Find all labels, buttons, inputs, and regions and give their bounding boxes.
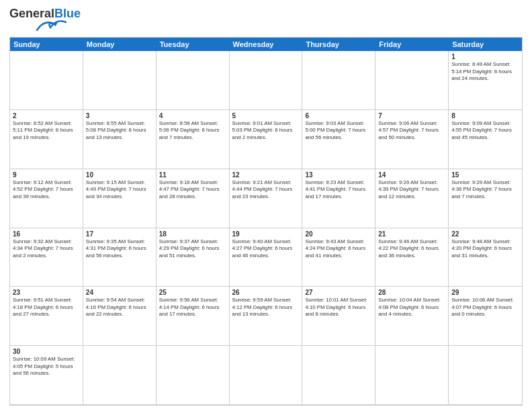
day-number: 25 bbox=[159, 289, 226, 296]
calendar-day-20: 20Sunrise: 9:43 AM Sunset: 4:24 PM Dayli… bbox=[302, 228, 375, 287]
day-header-sunday: Sunday bbox=[10, 38, 83, 51]
day-number: 15 bbox=[451, 171, 519, 179]
calendar-day-empty bbox=[83, 51, 157, 110]
day-info: Sunrise: 9:51 AM Sunset: 4:18 PM Dayligh… bbox=[13, 297, 80, 318]
day-info: Sunrise: 8:58 AM Sunset: 5:06 PM Dayligh… bbox=[159, 120, 226, 142]
day-number: 10 bbox=[86, 171, 153, 179]
calendar-day-22: 22Sunrise: 9:48 AM Sunset: 4:20 PM Dayli… bbox=[449, 228, 522, 287]
calendar-grid: 1Sunrise: 8:49 AM Sunset: 5:14 PM Daylig… bbox=[10, 51, 522, 405]
day-info: Sunrise: 8:52 AM Sunset: 5:11 PM Dayligh… bbox=[13, 120, 80, 142]
calendar-day-26: 26Sunrise: 9:59 AM Sunset: 4:12 PM Dayli… bbox=[230, 287, 303, 346]
day-info: Sunrise: 9:06 AM Sunset: 4:57 PM Dayligh… bbox=[378, 120, 445, 142]
day-info: Sunrise: 10:06 AM Sunset: 4:07 PM Daylig… bbox=[451, 297, 519, 318]
day-number: 2 bbox=[13, 112, 80, 120]
day-header-tuesday: Tuesday bbox=[157, 38, 230, 51]
calendar-day-empty bbox=[83, 346, 157, 405]
day-info: Sunrise: 9:54 AM Sunset: 4:16 PM Dayligh… bbox=[86, 297, 153, 318]
day-number: 7 bbox=[378, 112, 445, 120]
day-info: Sunrise: 9:46 AM Sunset: 4:22 PM Dayligh… bbox=[378, 238, 445, 260]
day-number: 16 bbox=[13, 230, 80, 238]
day-number: 6 bbox=[305, 112, 372, 120]
day-number: 24 bbox=[86, 289, 153, 296]
calendar: SundayMondayTuesdayWednesdayThursdayFrid… bbox=[9, 37, 523, 406]
calendar-day-7: 7Sunrise: 9:06 AM Sunset: 4:57 PM Daylig… bbox=[375, 110, 449, 169]
calendar-day-16: 16Sunrise: 9:32 AM Sunset: 4:34 PM Dayli… bbox=[10, 228, 83, 287]
day-info: Sunrise: 9:48 AM Sunset: 4:20 PM Dayligh… bbox=[451, 238, 519, 260]
day-header-thursday: Thursday bbox=[302, 38, 375, 51]
day-number: 21 bbox=[378, 230, 445, 238]
day-info: Sunrise: 9:32 AM Sunset: 4:34 PM Dayligh… bbox=[13, 238, 80, 260]
day-info: Sunrise: 9:56 AM Sunset: 4:14 PM Dayligh… bbox=[159, 297, 226, 318]
day-number: 29 bbox=[451, 289, 519, 296]
day-info: Sunrise: 9:43 AM Sunset: 4:24 PM Dayligh… bbox=[305, 238, 372, 260]
logo: General Blue bbox=[9, 7, 81, 33]
day-info: Sunrise: 10:09 AM Sunset: 4:05 PM Daylig… bbox=[13, 356, 80, 377]
day-info: Sunrise: 9:03 AM Sunset: 5:00 PM Dayligh… bbox=[305, 120, 372, 142]
page-header: General Blue bbox=[9, 7, 523, 33]
day-info: Sunrise: 9:29 AM Sunset: 4:36 PM Dayligh… bbox=[451, 179, 519, 201]
day-number: 5 bbox=[232, 112, 300, 120]
calendar-day-empty bbox=[302, 346, 375, 405]
calendar-day-8: 8Sunrise: 9:09 AM Sunset: 4:55 PM Daylig… bbox=[449, 110, 522, 169]
day-header-friday: Friday bbox=[375, 38, 449, 51]
day-number: 19 bbox=[232, 230, 300, 238]
calendar-day-empty bbox=[302, 51, 375, 110]
day-header-monday: Monday bbox=[83, 38, 157, 51]
day-info: Sunrise: 9:01 AM Sunset: 5:03 PM Dayligh… bbox=[232, 120, 300, 142]
calendar-day-30: 30Sunrise: 10:09 AM Sunset: 4:05 PM Dayl… bbox=[10, 346, 83, 405]
day-info: Sunrise: 9:15 AM Sunset: 4:49 PM Dayligh… bbox=[86, 179, 153, 201]
day-headers: SundayMondayTuesdayWednesdayThursdayFrid… bbox=[10, 38, 522, 51]
day-number: 30 bbox=[13, 348, 80, 355]
day-info: Sunrise: 9:18 AM Sunset: 4:47 PM Dayligh… bbox=[159, 179, 226, 201]
calendar-day-empty bbox=[375, 51, 449, 110]
day-info: Sunrise: 9:37 AM Sunset: 4:29 PM Dayligh… bbox=[159, 238, 226, 260]
day-info: Sunrise: 9:35 AM Sunset: 4:31 PM Dayligh… bbox=[86, 238, 153, 260]
calendar-day-18: 18Sunrise: 9:37 AM Sunset: 4:29 PM Dayli… bbox=[157, 228, 230, 287]
day-number: 11 bbox=[159, 171, 226, 179]
calendar-day-4: 4Sunrise: 8:58 AM Sunset: 5:06 PM Daylig… bbox=[157, 110, 230, 169]
calendar-day-empty bbox=[375, 346, 449, 405]
day-info: Sunrise: 9:59 AM Sunset: 4:12 PM Dayligh… bbox=[232, 297, 300, 318]
calendar-day-19: 19Sunrise: 9:40 AM Sunset: 4:27 PM Dayli… bbox=[230, 228, 303, 287]
day-number: 28 bbox=[378, 289, 445, 296]
calendar-day-15: 15Sunrise: 9:29 AM Sunset: 4:36 PM Dayli… bbox=[449, 169, 522, 228]
day-number: 4 bbox=[159, 112, 226, 120]
calendar-day-1: 1Sunrise: 8:49 AM Sunset: 5:14 PM Daylig… bbox=[449, 51, 522, 110]
day-number: 18 bbox=[159, 230, 226, 238]
day-info: Sunrise: 10:04 AM Sunset: 4:08 PM Daylig… bbox=[378, 297, 445, 318]
calendar-day-empty bbox=[10, 51, 83, 110]
calendar-day-12: 12Sunrise: 9:21 AM Sunset: 4:44 PM Dayli… bbox=[230, 169, 303, 228]
calendar-day-21: 21Sunrise: 9:46 AM Sunset: 4:22 PM Dayli… bbox=[375, 228, 449, 287]
calendar-day-empty bbox=[157, 346, 230, 405]
day-number: 13 bbox=[305, 171, 372, 179]
day-info: Sunrise: 9:26 AM Sunset: 4:39 PM Dayligh… bbox=[378, 179, 445, 201]
day-number: 20 bbox=[305, 230, 372, 238]
calendar-day-empty bbox=[230, 346, 303, 405]
day-number: 9 bbox=[13, 171, 80, 179]
day-number: 26 bbox=[232, 289, 300, 296]
calendar-day-17: 17Sunrise: 9:35 AM Sunset: 4:31 PM Dayli… bbox=[83, 228, 157, 287]
calendar-day-empty bbox=[230, 51, 303, 110]
calendar-day-3: 3Sunrise: 8:55 AM Sunset: 5:08 PM Daylig… bbox=[83, 110, 157, 169]
calendar-day-9: 9Sunrise: 9:12 AM Sunset: 4:52 PM Daylig… bbox=[10, 169, 83, 228]
day-number: 1 bbox=[451, 53, 519, 60]
calendar-day-13: 13Sunrise: 9:23 AM Sunset: 4:41 PM Dayli… bbox=[302, 169, 375, 228]
day-number: 27 bbox=[305, 289, 372, 296]
day-header-wednesday: Wednesday bbox=[230, 38, 303, 51]
day-number: 22 bbox=[451, 230, 519, 238]
calendar-day-6: 6Sunrise: 9:03 AM Sunset: 5:00 PM Daylig… bbox=[302, 110, 375, 169]
calendar-day-10: 10Sunrise: 9:15 AM Sunset: 4:49 PM Dayli… bbox=[83, 169, 157, 228]
day-number: 3 bbox=[86, 112, 153, 120]
day-info: Sunrise: 8:55 AM Sunset: 5:08 PM Dayligh… bbox=[86, 120, 153, 142]
day-info: Sunrise: 10:01 AM Sunset: 4:10 PM Daylig… bbox=[305, 297, 372, 318]
calendar-day-5: 5Sunrise: 9:01 AM Sunset: 5:03 PM Daylig… bbox=[230, 110, 303, 169]
calendar-day-11: 11Sunrise: 9:18 AM Sunset: 4:47 PM Dayli… bbox=[157, 169, 230, 228]
day-header-saturday: Saturday bbox=[449, 38, 522, 51]
day-number: 23 bbox=[13, 289, 80, 296]
calendar-day-28: 28Sunrise: 10:04 AM Sunset: 4:08 PM Dayl… bbox=[375, 287, 449, 346]
day-number: 17 bbox=[86, 230, 153, 238]
day-info: Sunrise: 9:09 AM Sunset: 4:55 PM Dayligh… bbox=[451, 120, 519, 142]
day-info: Sunrise: 9:12 AM Sunset: 4:52 PM Dayligh… bbox=[13, 179, 80, 201]
calendar-day-27: 27Sunrise: 10:01 AM Sunset: 4:10 PM Dayl… bbox=[302, 287, 375, 346]
day-info: Sunrise: 9:21 AM Sunset: 4:44 PM Dayligh… bbox=[232, 179, 300, 201]
